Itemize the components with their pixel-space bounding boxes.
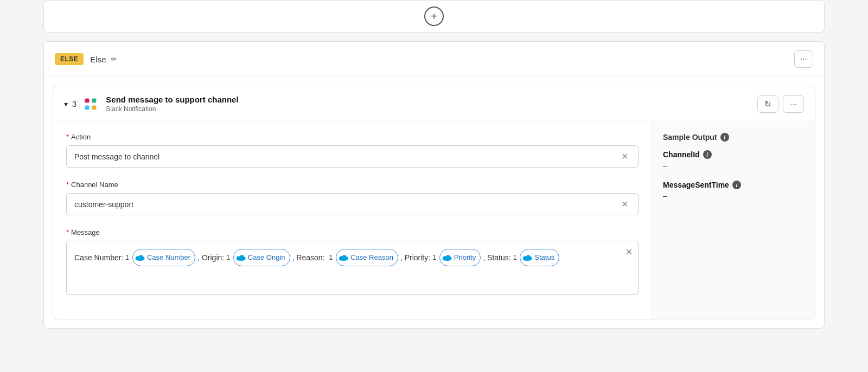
- msg-text-reason: , Reason:: [292, 250, 325, 265]
- msg-text-origin: , Origin:: [197, 250, 224, 265]
- action-field-group: * Action Post message to channel ✕: [66, 133, 639, 168]
- token-case-reason-label: Case Reason: [350, 251, 393, 265]
- message-input-wrapper[interactable]: Case Number: 1 Case Number: [66, 241, 639, 295]
- step-subtitle: Slack Notification: [106, 105, 757, 113]
- channel-name-input-wrapper: customer-support ✕: [66, 193, 639, 215]
- token-priority-label: Priority: [454, 251, 476, 265]
- main-form: * Action Post message to channel ✕ * Cha…: [53, 122, 652, 319]
- slack-icon: [82, 95, 99, 113]
- output-messagesenttime-value: –: [663, 191, 804, 200]
- else-section: ELSE Else ✏ ··· ▾ 3: [43, 41, 825, 329]
- sample-output-panel: Sample Output i ChannelId i – MessageSen…: [652, 122, 815, 319]
- svg-rect-1: [85, 98, 90, 102]
- salesforce-cloud-icon: [135, 254, 145, 261]
- sample-output-info-icon[interactable]: i: [720, 133, 729, 142]
- salesforce-cloud-icon-3: [339, 254, 348, 261]
- step-actions: ↻ ···: [757, 95, 804, 113]
- message-field-group: * Message Case Number: 1: [66, 228, 639, 295]
- message-content: Case Number: 1 Case Number: [74, 249, 630, 266]
- step-title-group: Send message to support channel Slack No…: [106, 95, 757, 113]
- svg-point-8: [141, 256, 144, 260]
- svg-point-12: [242, 256, 245, 260]
- else-three-dot-button[interactable]: ···: [794, 50, 813, 68]
- token-case-number-label: Case Number: [147, 251, 190, 265]
- output-channelid-name: ChannelId i: [663, 150, 804, 159]
- salesforce-cloud-icon-2: [236, 254, 246, 261]
- svg-point-20: [448, 256, 451, 260]
- step-three-dot-button[interactable]: ···: [783, 95, 804, 113]
- salesforce-cloud-icon-4: [442, 254, 452, 261]
- refresh-button[interactable]: ↻: [757, 95, 778, 113]
- svg-rect-0: [82, 95, 99, 113]
- msg-num-1: 1: [125, 251, 129, 264]
- message-clear-button[interactable]: ✕: [626, 247, 633, 257]
- token-status-label: Status: [534, 251, 554, 265]
- message-label: * Message: [66, 228, 639, 236]
- svg-rect-3: [92, 98, 97, 102]
- step-card: ▾ 3 Send message to support channel Slac…: [53, 86, 815, 319]
- msg-num-4: 1: [432, 251, 436, 264]
- token-case-reason[interactable]: Case Reason: [336, 249, 398, 266]
- action-clear-button[interactable]: ✕: [619, 151, 630, 162]
- else-label: Else: [90, 55, 106, 64]
- output-messagesenttime-name: MessageSentTime i: [663, 181, 804, 189]
- channel-name-label: * Channel Name: [66, 181, 639, 189]
- msg-text-case-number: Case Number:: [74, 250, 123, 265]
- svg-point-16: [345, 256, 348, 260]
- svg-rect-2: [85, 105, 90, 110]
- step-card-header: ▾ 3 Send message to support channel Slac…: [53, 86, 815, 122]
- channel-required: *: [66, 181, 69, 189]
- sample-output-title: Sample Output i: [663, 133, 804, 142]
- msg-num-2: 1: [226, 251, 230, 264]
- svg-point-24: [529, 256, 532, 260]
- msg-text-status: , Status:: [483, 250, 510, 265]
- channel-name-value: customer-support: [74, 200, 619, 209]
- channelid-info-icon[interactable]: i: [703, 150, 712, 159]
- token-priority[interactable]: Priority: [439, 249, 481, 266]
- step-title: Send message to support channel: [106, 95, 757, 104]
- salesforce-cloud-icon-5: [522, 254, 532, 261]
- msg-num-3: 1: [329, 251, 333, 264]
- svg-rect-4: [92, 105, 97, 110]
- channel-name-field-group: * Channel Name customer-support ✕: [66, 181, 639, 215]
- action-label: * Action: [66, 133, 639, 141]
- token-case-number[interactable]: Case Number: [132, 249, 195, 266]
- channel-clear-button[interactable]: ✕: [619, 199, 630, 209]
- output-channelid-value: –: [663, 161, 804, 170]
- output-field-channelid: ChannelId i –: [663, 150, 804, 170]
- action-input-value: Post message to channel: [74, 152, 619, 161]
- token-status[interactable]: Status: [520, 249, 559, 266]
- else-badge: ELSE: [55, 53, 84, 65]
- else-edit-icon[interactable]: ✏: [111, 55, 117, 63]
- message-required: *: [66, 228, 69, 236]
- action-input-wrapper: Post message to channel ✕: [66, 145, 639, 168]
- messagesenttime-info-icon[interactable]: i: [732, 181, 741, 189]
- msg-num-5: 1: [513, 251, 517, 264]
- add-step-button[interactable]: +: [424, 7, 444, 26]
- else-header: ELSE Else ✏ ···: [44, 42, 824, 77]
- msg-text-priority: , Priority:: [400, 250, 430, 265]
- collapse-button[interactable]: ▾: [64, 100, 68, 108]
- step-number: 3: [72, 99, 76, 108]
- token-case-origin[interactable]: Case Origin: [233, 249, 290, 266]
- card-body: * Action Post message to channel ✕ * Cha…: [53, 122, 815, 319]
- token-case-origin-label: Case Origin: [248, 251, 285, 265]
- output-field-messagesenttime: MessageSentTime i –: [663, 181, 804, 200]
- action-required: *: [66, 133, 69, 141]
